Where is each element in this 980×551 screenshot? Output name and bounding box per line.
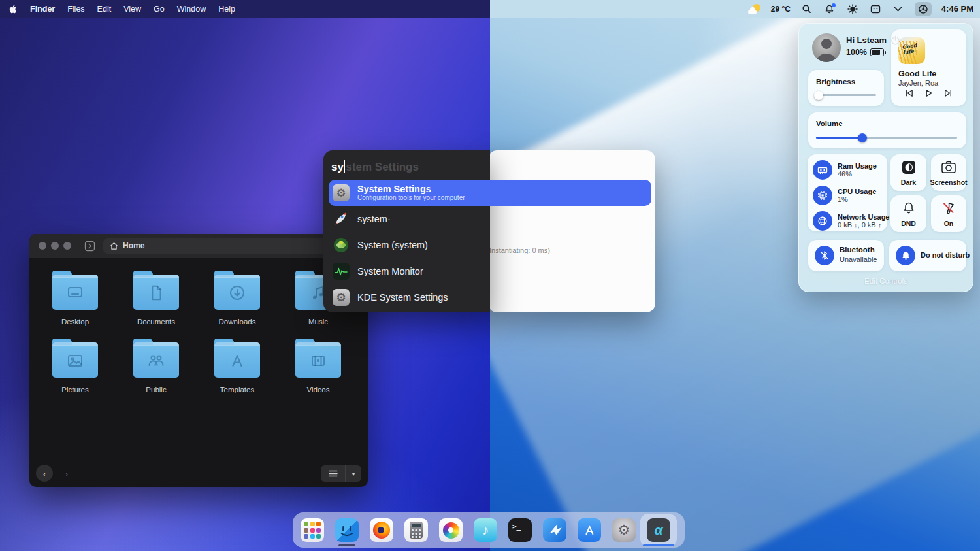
- bluetooth-card[interactable]: Bluetooth Unavailable: [808, 240, 884, 271]
- maximize-window-button[interactable]: [63, 242, 71, 250]
- notifications-bell-icon[interactable]: [823, 3, 836, 16]
- download-glyph-icon: [228, 284, 246, 302]
- breadcrumb[interactable]: Home: [103, 238, 361, 254]
- ram-usage-label: Ram Usage: [838, 162, 877, 170]
- dock-finder-icon[interactable]: [335, 518, 359, 542]
- brightness-card: Brightness: [808, 70, 884, 106]
- apple-menu-icon[interactable]: [9, 4, 18, 14]
- dnd-bell-icon: [896, 246, 915, 265]
- previous-track-button[interactable]: [904, 88, 914, 101]
- menu-go[interactable]: Go: [154, 5, 165, 14]
- brightness-slider-thumb[interactable]: [814, 91, 823, 100]
- do-not-disturb-label: Do not disturb: [921, 251, 970, 259]
- now-playing-card[interactable]: Good Life Good Life JayJen, Roa: [891, 29, 966, 106]
- result-system-system[interactable]: System (system): [329, 232, 485, 258]
- menu-help[interactable]: Help: [218, 5, 235, 14]
- system-settings-gear-icon: ⚙: [333, 184, 350, 201]
- dock-falkon-icon[interactable]: [543, 518, 566, 542]
- system-monitor-icon: [333, 263, 350, 280]
- menu-view[interactable]: View: [123, 5, 141, 14]
- flashlight-off-icon: [941, 201, 956, 218]
- folder-public[interactable]: Public: [116, 337, 197, 393]
- menu-edit[interactable]: Edit: [97, 5, 112, 14]
- folder-grid: Desktop Documents Downloads Music Pictur…: [35, 269, 359, 393]
- dock-launchpad-icon[interactable]: [301, 518, 324, 542]
- menu-window[interactable]: Window: [177, 5, 206, 14]
- text-caret: [344, 160, 346, 173]
- volume-slider-thumb[interactable]: [858, 133, 867, 142]
- latte-running-indicator: [643, 544, 674, 546]
- dock-system-settings-icon[interactable]: ⚙: [612, 518, 636, 542]
- folder-downloads[interactable]: Downloads: [197, 269, 278, 326]
- menu-files[interactable]: Files: [67, 5, 84, 14]
- battery-percent: 100%: [846, 48, 867, 57]
- file-manager-titlebar: Home: [29, 234, 368, 258]
- camera-icon: [941, 160, 956, 176]
- dnd-toggle[interactable]: DND: [890, 195, 926, 232]
- dock-terminal-icon[interactable]: >_: [508, 518, 532, 542]
- network-usage-value: 0 kB ↓, 0 kB ↑: [838, 221, 889, 229]
- minimize-window-button[interactable]: [51, 242, 59, 250]
- status-text: Instantiating: 0 ms): [489, 246, 550, 254]
- folder-documents[interactable]: Documents: [116, 269, 197, 326]
- clock[interactable]: 4:46 PM: [941, 4, 973, 14]
- album-art: Good Life: [898, 37, 925, 64]
- play-button[interactable]: [924, 88, 934, 101]
- dock-photos-icon[interactable]: [439, 518, 463, 542]
- do-not-disturb-card[interactable]: Do not disturb: [889, 240, 966, 271]
- dock-music-icon[interactable]: ♪: [474, 518, 497, 542]
- edit-controls-link[interactable]: Edit Controls: [799, 277, 973, 285]
- track-title: Good Life: [898, 69, 936, 78]
- search-overlay: sy stem Settings ⚙ System Settings Confi…: [323, 150, 490, 312]
- result-kde-system-settings[interactable]: ⚙ KDE System Settings: [329, 284, 485, 310]
- home-icon: [110, 242, 118, 250]
- kde-settings-gear-icon: ⚙: [333, 289, 350, 306]
- dock-calculator-icon[interactable]: [404, 518, 428, 542]
- weather-icon[interactable]: [748, 4, 761, 14]
- battery-icon: [870, 48, 884, 56]
- cpu-usage-label: CPU Usage: [838, 188, 876, 195]
- view-mode-split-button: ▾: [321, 465, 361, 482]
- user-greeting: Hi Lsteam: [846, 35, 887, 45]
- dock-app-store-icon[interactable]: [578, 518, 601, 542]
- brightness-slider[interactable]: [815, 94, 876, 96]
- view-dropdown-button[interactable]: ▾: [346, 465, 361, 482]
- volume-slider[interactable]: [816, 137, 957, 139]
- forward-button[interactable]: ›: [58, 465, 75, 482]
- screenshot-toggle[interactable]: Screenshot: [931, 154, 966, 191]
- dock-latte-dock-icon[interactable]: α: [647, 518, 670, 542]
- puzzle-icon: [333, 237, 350, 254]
- folder-templates[interactable]: Templates: [197, 337, 278, 393]
- flashlight-toggle[interactable]: On: [931, 195, 966, 232]
- dock-firefox-icon[interactable]: [370, 518, 393, 542]
- chevron-down-icon[interactable]: [892, 3, 905, 16]
- notification-badge: [832, 3, 836, 7]
- search-input[interactable]: sy stem Settings: [331, 158, 419, 174]
- search-icon[interactable]: [800, 3, 813, 16]
- document-glyph-icon: [148, 284, 165, 302]
- toggle-sidebar-button[interactable]: [82, 239, 97, 253]
- result-system[interactable]: system·: [329, 206, 485, 232]
- folder-desktop[interactable]: Desktop: [35, 269, 116, 326]
- dark-mode-toggle[interactable]: Dark: [890, 154, 926, 191]
- menubar: Finder Files Edit View Go Window Help 29…: [0, 0, 980, 18]
- breadcrumb-label: Home: [123, 241, 144, 250]
- list-view-button[interactable]: [321, 465, 346, 482]
- result-system-monitor[interactable]: System Monitor: [329, 258, 485, 284]
- temperature-readout[interactable]: 29 °C: [771, 5, 791, 14]
- back-button[interactable]: ‹: [36, 465, 53, 482]
- desktop: Finder Files Edit View Go Window Help 29…: [0, 0, 980, 551]
- search-query-text: sy: [331, 161, 344, 174]
- result-system-settings[interactable]: ⚙ System Settings Configuration tools fo…: [329, 180, 651, 206]
- settings-tray-icon[interactable]: [915, 2, 932, 16]
- folder-pictures[interactable]: Pictures: [35, 337, 116, 393]
- folder-videos[interactable]: Videos: [278, 337, 359, 393]
- close-window-button[interactable]: [39, 242, 46, 250]
- user-avatar[interactable]: [812, 33, 841, 62]
- ram-icon: [813, 160, 832, 180]
- bluetooth-icon: [815, 246, 834, 265]
- brightness-sun-icon[interactable]: [846, 3, 859, 16]
- display-widget-icon[interactable]: [869, 3, 882, 16]
- menu-finder[interactable]: Finder: [30, 5, 55, 14]
- next-track-button[interactable]: [943, 88, 953, 101]
